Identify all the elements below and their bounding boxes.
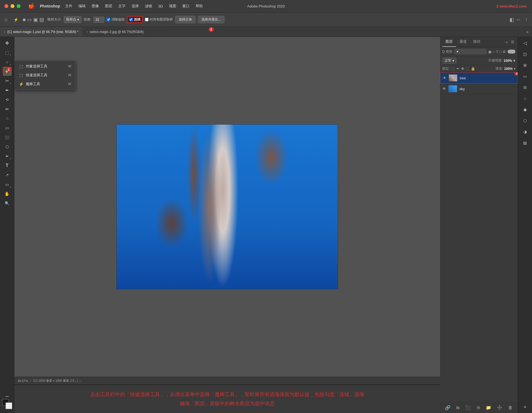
tab-close-psd[interactable]: × <box>4 30 6 34</box>
healing-tool-button[interactable]: ⟲ <box>3 95 12 104</box>
menu-select[interactable]: 选择 <box>129 2 142 10</box>
filter-shape-icon[interactable]: □ <box>499 50 502 54</box>
brush-tool-button[interactable]: ✏ <box>3 105 12 113</box>
gradient-tool-button[interactable]: ⬛ <box>3 133 12 142</box>
anti-alias-checkbox[interactable]: 消除锯齿 <box>107 17 125 22</box>
filter-pixel-icon[interactable]: ▣ <box>488 50 492 54</box>
extra-tools[interactable]: ••• <box>6 395 9 398</box>
new-group-button[interactable]: 📁 <box>484 404 493 411</box>
tab-paths[interactable]: 路径 <box>470 37 484 47</box>
foreground-background-colors[interactable] <box>2 399 12 409</box>
select-mask-button[interactable]: 选择并遮住... <box>198 16 224 23</box>
context-magic-wand[interactable]: ⚡ 魔棒工具 W <box>15 80 75 88</box>
fill-value[interactable]: 100% <box>504 67 513 71</box>
filter-smart-icon[interactable]: ⚙ <box>503 50 506 54</box>
sample-all-checkbox[interactable]: 对所有图层取样 <box>145 17 173 22</box>
minimize-button[interactable] <box>11 4 14 8</box>
move-tool-button[interactable]: ✥ <box>3 39 12 47</box>
doc-info-arrow[interactable]: › <box>80 379 81 382</box>
brush-panel-icon[interactable]: ○ <box>521 94 530 103</box>
adjustments-icon[interactable]: ◑ <box>521 127 530 136</box>
tab-close-jpg[interactable]: × <box>86 30 88 34</box>
zoom-tool-button[interactable]: 🔍 <box>3 199 12 208</box>
menu-window[interactable]: 窗口 <box>180 2 192 10</box>
type-tool-button[interactable]: T <box>3 161 12 170</box>
menu-filter[interactable]: 滤镜 <box>142 2 155 10</box>
menu-bar: 文件 编辑 图像 图层 文字 选择 滤镜 3D 视图 窗口 帮助 <box>62 2 532 10</box>
new-layer-button[interactable]: ➕ <box>495 404 504 411</box>
dodge-tool-button[interactable]: ⬡ <box>3 142 12 151</box>
contiguous-checkbox[interactable]: 连续 <box>127 16 143 23</box>
sky-layer-item[interactable]: 👁 sky <box>440 83 518 94</box>
tab-layers[interactable]: 图层 <box>442 37 456 47</box>
panel-icon-3[interactable]: ▭ <box>521 72 530 81</box>
swatches-icon[interactable]: ⬡ <box>521 116 530 125</box>
properties-icon[interactable]: ≡ <box>521 402 530 411</box>
context-object-select[interactable]: ⬚ 对象选择工具 W <box>15 62 75 71</box>
layer-adjustment-button[interactable]: ⊖ <box>475 404 482 411</box>
menu-3d[interactable]: 3D <box>155 3 166 9</box>
path-select-tool-button[interactable]: ↗ <box>3 171 12 179</box>
menu-help[interactable]: 帮助 <box>193 2 206 10</box>
lock-all-icon[interactable]: 🔒 <box>471 67 475 71</box>
menu-edit[interactable]: 编辑 <box>76 2 88 10</box>
tab-psd[interactable]: × (C) select-magic-1.psd @ 66.7% (tree, … <box>0 27 83 37</box>
tabs-overflow[interactable]: » <box>523 29 532 34</box>
export-icon[interactable]: ↑ <box>523 17 530 22</box>
background-color[interactable] <box>6 402 12 409</box>
link-layers-button[interactable]: 🔗 <box>443 404 452 411</box>
menu-type[interactable]: 文字 <box>116 2 128 10</box>
lock-artboard-icon[interactable]: ⬚ <box>466 67 469 71</box>
layer-fx-button[interactable]: fx <box>455 404 461 411</box>
libraries-icon[interactable]: ◫ <box>521 50 530 59</box>
select-subject-button[interactable]: 选择主体 <box>175 16 196 23</box>
opacity-arrow[interactable]: ▾ <box>513 58 515 63</box>
eyedropper-tool-button[interactable]: ✒ <box>3 86 12 95</box>
menu-image[interactable]: 图像 <box>89 2 102 10</box>
filter-type-icon[interactable]: T <box>496 50 498 54</box>
filter-type-dropdown[interactable]: ▾ <box>454 49 487 54</box>
channels-icon[interactable]: ⊟ <box>521 83 530 92</box>
panel-options-button[interactable]: ☰ <box>510 39 515 45</box>
lock-transparent-icon[interactable]: ⬚ <box>451 67 455 71</box>
panel-toggle-icon[interactable]: ◧ ↔ <box>510 17 521 23</box>
shape-tool-button[interactable]: ▭ ▾ <box>3 180 12 189</box>
menu-view[interactable]: 视图 <box>166 2 179 10</box>
menu-file[interactable]: 文件 <box>62 2 75 10</box>
tolerance-input[interactable] <box>93 17 104 23</box>
home-button[interactable]: ⌂ <box>2 16 10 24</box>
maximize-button[interactable] <box>17 4 21 8</box>
pen-tool-button[interactable]: ✒ ▾ <box>3 152 12 161</box>
delete-layer-button[interactable]: 🗑 <box>507 404 514 411</box>
opacity-value[interactable]: 100% <box>503 59 512 63</box>
layers-panel-icon[interactable]: ▤ <box>521 138 530 147</box>
layer-mask-button[interactable]: ⬛ <box>464 404 472 411</box>
canvas-image[interactable] <box>116 124 338 289</box>
clone-tool-button[interactable]: ⎍ <box>3 114 12 123</box>
lock-position-icon[interactable]: ✥ <box>461 67 464 71</box>
panel-expand-icon[interactable]: ◁ <box>521 39 530 47</box>
crop-tool-button[interactable]: ✂ ▾ <box>3 76 12 85</box>
tab-channels[interactable]: 通道 <box>456 37 470 47</box>
color-panel-icon[interactable]: ◉ <box>521 105 530 114</box>
fill-arrow[interactable]: ▾ <box>514 67 515 71</box>
lock-pixel-icon[interactable]: ✒ <box>456 67 459 71</box>
sample-size-dropdown[interactable]: 取样点 ▾ <box>64 16 81 23</box>
eraser-tool-button[interactable]: ▭ <box>3 123 12 132</box>
grid-icon[interactable]: ⊞ <box>521 61 530 70</box>
hand-tool-button[interactable]: ✋ <box>3 189 12 198</box>
filter-toggle[interactable] <box>508 50 515 54</box>
context-quick-select[interactable]: ⬚ 快速选择工具 W <box>15 71 75 80</box>
menu-layer[interactable]: 图层 <box>102 2 115 10</box>
magic-wand-tool-button[interactable]: ⚡ ▾ 1 <box>3 67 12 76</box>
close-button[interactable] <box>4 4 8 8</box>
tree-visibility-icon[interactable]: 👁 <box>443 76 446 80</box>
sky-visibility-icon[interactable]: 👁 <box>442 87 446 91</box>
lasso-tool-button[interactable]: ○ ▾ <box>3 57 12 66</box>
blend-mode-dropdown[interactable]: 正常 ▾ <box>442 57 457 64</box>
panel-menu-button[interactable]: » <box>505 39 509 45</box>
tree-layer-item[interactable]: 👁 tree <box>440 72 518 83</box>
marquee-tool-button[interactable]: ⬚ ▾ <box>3 48 12 57</box>
tab-jpg[interactable]: × select-magic-2.jpg @ 66.7%(RGB/8) <box>83 27 148 37</box>
filter-adjust-icon[interactable]: ○ <box>493 50 495 54</box>
